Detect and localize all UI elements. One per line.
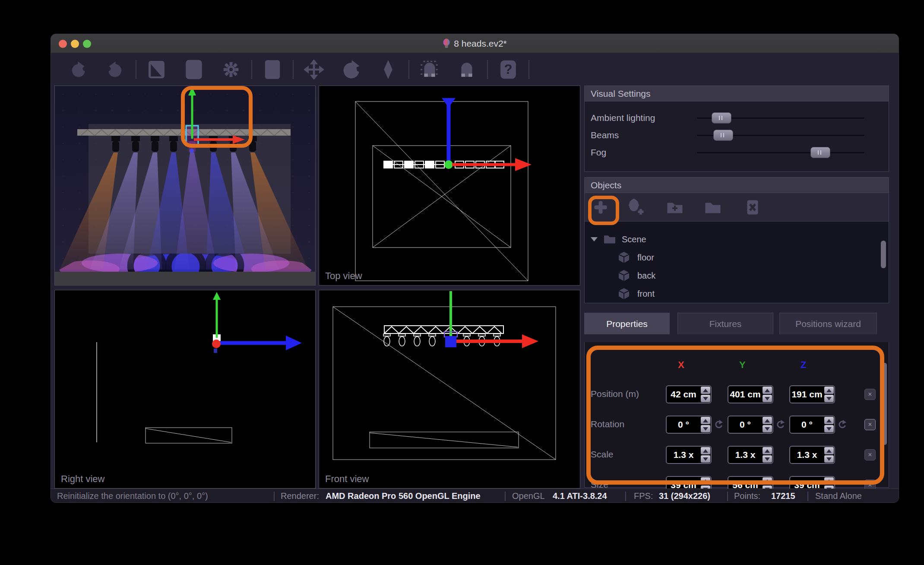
fps-value: 31 (294x226) [659,491,710,501]
close-button[interactable] [59,40,67,48]
snap-grid-magnet-icon[interactable] [420,60,440,79]
field-value: 1.3 x [790,447,824,463]
disclosure-triangle-icon[interactable] [591,237,598,241]
right-view-wireframe [55,290,316,489]
scale-x-field[interactable]: 1.3 x [666,446,712,464]
viewport-label-top: Top view [325,270,362,282]
stepper[interactable] [763,417,772,432]
tree-item-partial[interactable] [617,300,630,303]
tab-positions-wizard[interactable]: Positions wizard [779,313,877,334]
stats-icon[interactable] [263,60,282,79]
viewport-3d[interactable] [54,86,316,286]
slider-thumb[interactable] [713,130,733,141]
fps-label: FPS: [634,491,653,501]
zoom-button[interactable] [83,40,91,48]
axis-x-label: X [678,359,684,371]
field-value: 1.3 x [728,447,762,463]
import-icon[interactable] [184,60,204,79]
tree-item-label: floor [637,253,654,263]
rotation-x-field[interactable]: 0 ° [666,416,712,434]
stepper[interactable] [824,417,834,432]
scale-z-field[interactable]: 1.3 x [789,446,835,464]
tab-fixtures[interactable]: Fixtures [677,313,773,334]
rotation-z-field[interactable]: 0 ° [789,416,835,434]
renderer-value: AMD Radeon Pro 560 OpenGL Engine [326,491,481,501]
stepper[interactable] [763,387,772,402]
fog-slider[interactable] [697,152,864,153]
viewport-front[interactable]: Front view [319,290,580,489]
stepper[interactable] [701,387,710,402]
move-tool-icon[interactable] [304,60,324,79]
points-label: Points: [734,491,760,501]
tree-item-floor[interactable]: floor [617,248,654,267]
folder-icon[interactable] [703,197,723,217]
beams-label: Beams [591,130,619,140]
standalone-label: Stand Alone [815,491,862,501]
tab-properties[interactable]: Properties [584,313,670,334]
rotation-y-field[interactable]: 0 ° [728,416,773,434]
scale-y-field[interactable]: 1.3 x [728,446,773,464]
settings-gear-icon[interactable] [221,60,241,79]
undo-icon[interactable] [68,60,88,79]
tree-item-back[interactable]: back [617,267,655,285]
new-group-icon[interactable] [665,197,685,217]
redo-icon[interactable] [105,60,125,79]
slider-thumb[interactable] [810,147,830,158]
rotation-reset-y-icon[interactable] [776,420,785,429]
objects-toolbar [585,193,889,222]
stepper[interactable] [824,447,834,463]
position-z-field[interactable]: 191 cm [789,385,835,403]
tab-bar: Properties Fixtures Positions wizard [584,313,889,334]
tree-scrollbar[interactable] [881,241,886,268]
field-value: 0 ° [728,416,762,433]
main-toolbar: ? [51,54,899,86]
toolbar-separator [528,60,529,79]
viewport-label-front: Front view [325,473,369,485]
position-clear-button[interactable]: × [864,389,876,400]
add-object-icon[interactable] [591,197,611,217]
stepper[interactable] [824,387,834,402]
rotation-reset-z-icon[interactable] [838,420,847,429]
tab-label: Positions wizard [795,319,861,329]
rotation-clear-button[interactable]: × [864,419,876,430]
slider-row-ambient: Ambient lighting [585,112,889,125]
scale-tool-icon[interactable] [378,60,398,79]
minimize-button[interactable] [71,40,79,48]
cube-icon [617,251,630,264]
bulb-icon [443,38,450,49]
viewport-right[interactable]: Right view [54,290,316,489]
viewport-top[interactable]: Top view [319,86,580,286]
position-label: Position (m) [591,389,639,399]
scale-clear-button[interactable]: × [864,449,876,460]
rotate-tool-icon[interactable] [341,60,361,79]
status-hint: Reinitialize the orientation to (0°, 0°,… [57,491,208,501]
add-fixture-icon[interactable] [626,197,646,217]
beams-slider[interactable] [697,135,864,136]
position-x-field[interactable]: 42 cm [666,385,712,403]
tree-item-scene[interactable]: Scene [591,230,646,248]
status-divider [625,492,626,501]
slider-thumb[interactable] [712,112,731,124]
front-view-wireframe [319,290,580,489]
app-window: 8 heads.ev2* [51,34,899,503]
field-value: 401 cm [728,386,762,403]
stepper[interactable] [763,447,772,463]
opengl-label: OpenGL [512,491,545,501]
field-value: 0 ° [790,416,824,433]
toolbar-separator [408,60,409,79]
properties-scrollbar[interactable] [883,363,887,445]
delete-object-icon[interactable] [743,197,763,217]
magnet-icon[interactable] [457,60,477,79]
position-y-field[interactable]: 401 cm [728,385,773,403]
help-icon[interactable]: ? [498,60,518,79]
field-value: 191 cm [790,386,824,403]
scale-label: Scale [591,449,614,460]
stepper[interactable] [701,447,710,463]
display-mode-icon[interactable] [147,60,167,79]
ambient-lighting-slider[interactable] [697,117,864,119]
axis-z-label: Z [801,359,806,371]
rotation-reset-x-icon[interactable] [714,420,724,429]
renderer-label: Renderer: [281,491,319,501]
field-value: 42 cm [667,386,700,403]
stepper[interactable] [701,417,710,432]
